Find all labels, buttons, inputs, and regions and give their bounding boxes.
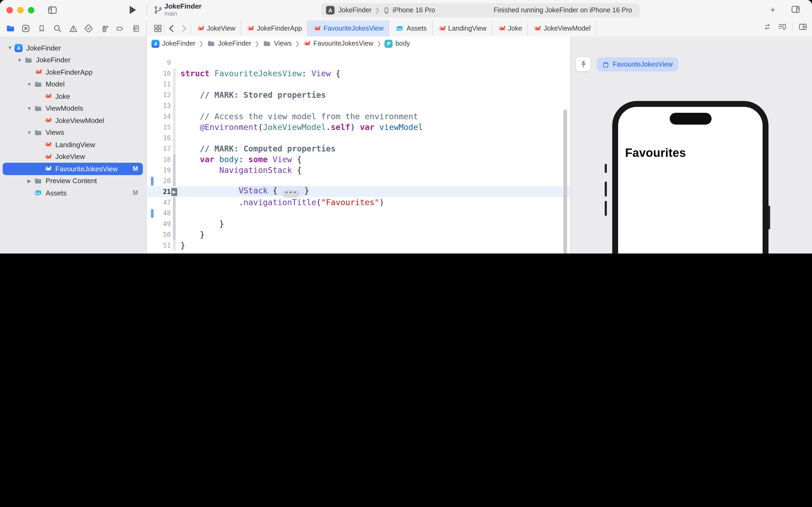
minimize-window-button[interactable]: [17, 7, 23, 13]
code-line-15[interactable]: 15@Environment(JokeViewModel.self) var v…: [147, 122, 570, 133]
fold-marker-icon[interactable]: ▶: [171, 188, 177, 196]
sidebar-item-Model[interactable]: ▼Model: [3, 78, 143, 90]
sidebar-item-JokeFinderApp[interactable]: JokeFinderApp: [3, 66, 143, 78]
sidebar-item-Assets[interactable]: AssetsM: [3, 187, 143, 199]
code-fold-pill[interactable]: •••: [282, 190, 299, 198]
sidebar-item-Preview-Content[interactable]: ▶Preview Content: [3, 175, 143, 187]
tab-label: Joke: [508, 25, 522, 32]
sidebar-item-LandingView[interactable]: LandingView: [3, 138, 143, 151]
add-editor-button[interactable]: [798, 22, 808, 31]
breadcrumb-item-JokeFinder[interactable]: AJokeFinder: [152, 40, 195, 48]
code-line-49[interactable]: 49}: [147, 219, 570, 229]
navigator-tab-bookmarks[interactable]: [36, 22, 48, 35]
code-line-21[interactable]: 21▶VStack { ••• }: [147, 186, 570, 197]
line-number: 21: [154, 188, 171, 195]
tab-LandingView[interactable]: LandingView: [432, 20, 492, 37]
navigator-tab-debug[interactable]: [99, 22, 110, 35]
scheme-project[interactable]: JokeFinder: [338, 6, 371, 14]
breadcrumb-label: FavouriteJokesView: [313, 40, 373, 47]
disclosure-open-icon[interactable]: ▼: [6, 45, 14, 51]
code-line-16[interactable]: 16: [147, 133, 570, 144]
swift-icon: [43, 165, 52, 173]
code-text: }: [180, 230, 205, 239]
navigator-tab-source-control[interactable]: [20, 22, 32, 35]
tab-JokeFinderApp[interactable]: JokeFinderApp: [241, 20, 308, 37]
navigator-tab-tests[interactable]: [83, 22, 95, 35]
code-line-17[interactable]: 17// MARK: Computed properties: [147, 144, 570, 154]
change-bar-spacer: [151, 112, 154, 121]
issues-icon: [68, 24, 78, 33]
tab-FavouriteJokesView[interactable]: FavouriteJokesView: [308, 20, 389, 37]
fold-ribbon: [173, 144, 176, 154]
disclosure-closed-icon[interactable]: ▶: [25, 178, 33, 184]
code-line-50[interactable]: 50}: [147, 229, 570, 240]
folder-icon: [33, 128, 43, 137]
breadcrumb-item-body[interactable]: Pbody: [385, 40, 410, 48]
disclosure-open-icon[interactable]: ▼: [15, 57, 23, 63]
breakpoints-icon: [115, 24, 125, 33]
sidebar-item-FavouriteJokesView[interactable]: FavouriteJokesViewM: [3, 163, 143, 175]
pin-preview-button[interactable]: [576, 57, 591, 71]
scheme-status-pill[interactable]: A JokeFinder ❯ iPhone 16 Pro Finished ru…: [321, 3, 640, 17]
fold-ribbon: [173, 197, 176, 208]
code-line-19[interactable]: 19NavigationStack {: [147, 165, 570, 176]
change-bar-spacer: [151, 187, 154, 196]
navigator-tab-reports[interactable]: [130, 22, 142, 35]
token: {: [268, 186, 282, 195]
code-line-47[interactable]: 47.navigationTitle("Favourites"): [147, 197, 570, 208]
sidebar-item-Views[interactable]: ▼Views: [3, 126, 143, 138]
editor-options-button[interactable]: [777, 22, 787, 31]
code-line-52[interactable]: 52: [147, 251, 570, 253]
assets-icon: [395, 24, 404, 33]
code-line-14[interactable]: 14// Access the view model from the envi…: [147, 111, 570, 122]
code-line-12[interactable]: 12// MARK: Stored properties: [147, 90, 570, 101]
preview-target-pill[interactable]: FavouriteJokesView: [597, 57, 678, 71]
new-tab-button[interactable]: +: [770, 5, 775, 15]
code-line-20[interactable]: 20: [147, 176, 570, 186]
tab-JokeView[interactable]: JokeView: [191, 20, 241, 37]
tab-JokeViewModel[interactable]: JokeViewModel: [528, 20, 597, 37]
tab-Joke[interactable]: Joke: [492, 20, 528, 37]
sidebar-item-JokeFinder[interactable]: ▼JokeFinder: [3, 54, 143, 66]
sidebar-item-JokeView[interactable]: JokeView: [3, 151, 143, 163]
zoom-window-button[interactable]: [28, 7, 35, 13]
breadcrumb-item-FavouriteJokesView[interactable]: FavouriteJokesView: [303, 40, 373, 47]
adjust-editor-button[interactable]: [763, 22, 772, 31]
navigator-tab-issues[interactable]: [67, 22, 79, 35]
code-line-51[interactable]: 51}: [147, 240, 570, 251]
tab-Assets[interactable]: Assets: [389, 20, 432, 37]
navigator-tab-breakpoints[interactable]: [114, 22, 126, 35]
sidebar-item-JokeFinder[interactable]: ▼AJokeFinder: [3, 42, 143, 54]
disclosure-open-icon[interactable]: ▼: [25, 106, 33, 111]
scheme-device[interactable]: iPhone 16 Pro: [393, 6, 435, 14]
code-line-18[interactable]: 18var body: some View {: [147, 154, 570, 165]
code-line-13[interactable]: 13: [147, 101, 570, 111]
token: JokeViewModel: [263, 122, 326, 132]
breadcrumb-item-Views[interactable]: Views: [263, 40, 292, 47]
run-button[interactable]: [129, 5, 137, 14]
iphone-preview[interactable]: Favourites No favourite jokes See if a n…: [612, 101, 768, 253]
sidebar-item-JokeViewModel[interactable]: JokeViewModel: [3, 114, 143, 126]
navigator-tab-find[interactable]: [52, 22, 63, 35]
tab-overview-button[interactable]: [152, 22, 164, 35]
code-line-48[interactable]: 48: [147, 208, 570, 219]
project-navigator-icon: [5, 24, 15, 33]
code-line-11[interactable]: 11: [147, 79, 570, 90]
editor-scrollbar[interactable]: [563, 110, 567, 253]
code-line-9[interactable]: 9: [147, 57, 570, 68]
breadcrumb-item-JokeFinder[interactable]: JokeFinder: [207, 40, 251, 47]
source-code[interactable]: 910struct FavouriteJokesView: View {1112…: [147, 51, 570, 253]
toggle-right-sidebar-button[interactable]: [791, 4, 801, 14]
disclosure-open-icon[interactable]: ▼: [25, 130, 33, 135]
sidebar-item-ViewModels[interactable]: ▼ViewModels: [3, 102, 143, 114]
forward-button[interactable]: [178, 22, 191, 35]
swift-file-icon: [247, 25, 254, 32]
sidebar-item-Joke[interactable]: Joke: [3, 90, 143, 102]
back-button[interactable]: [165, 22, 178, 35]
navigator-tab-project-navigator[interactable]: [4, 22, 16, 35]
file-name: LandingView: [55, 141, 95, 149]
toggle-left-sidebar-button[interactable]: [47, 4, 57, 15]
disclosure-open-icon[interactable]: ▼: [25, 81, 33, 87]
code-line-10[interactable]: 10struct FavouriteJokesView: View {: [147, 68, 570, 79]
close-window-button[interactable]: [6, 7, 13, 13]
